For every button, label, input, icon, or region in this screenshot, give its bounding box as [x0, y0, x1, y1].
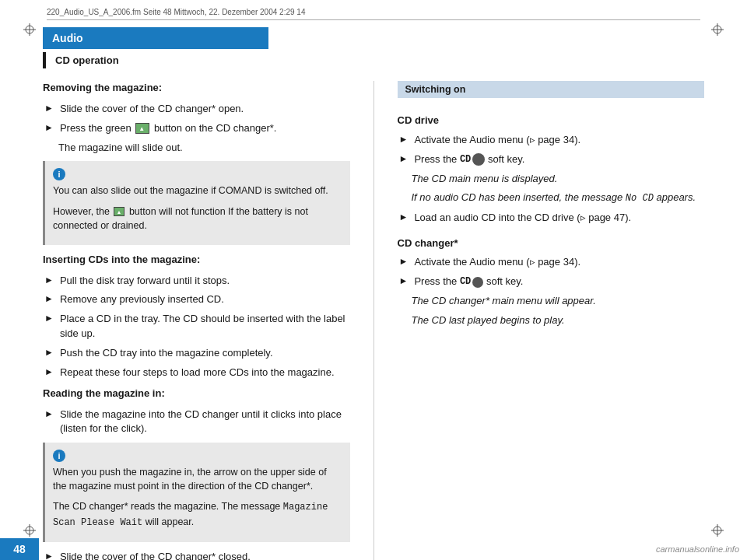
inserting-item-4: Push the CD tray into the magazine compl… — [60, 346, 273, 361]
bullet-arrow-icon: ► — [44, 347, 54, 358]
list-item: ► Place a CD in the tray. The CD should … — [43, 312, 350, 341]
cd-changer-note-2: The CD last played begins to play. — [412, 313, 705, 328]
cd-key-changer: CD — [460, 275, 483, 289]
content-area: Audio CD operation Removing the magazine… — [43, 27, 704, 529]
info-text-1b: However, the button will not function If… — [53, 205, 342, 233]
bullet-arrow-icon: ► — [44, 103, 54, 114]
inserting-item-3: Place a CD in the tray. The CD should be… — [60, 312, 350, 341]
list-item: ► Slide the cover of the CD changer* clo… — [43, 550, 350, 560]
cd-drive-note-1: The CD main menu is displayed. — [412, 172, 705, 187]
watermark: carmanualsonline.info — [656, 544, 739, 554]
cd-drive-item-1: Activate the Audio menu (▹ page 34). — [414, 133, 580, 148]
info-box-1: i You can also slide out the magazine if… — [43, 161, 350, 244]
reg-mark-tl — [23, 23, 36, 36]
inserting-item-2: Remove any previously inserted CD. — [60, 292, 224, 307]
removing-item-1: Slide the cover of the CD changer* open. — [60, 102, 244, 117]
list-item: ► Load an audio CD into the CD drive (▹ … — [398, 211, 705, 226]
info-icon-2: i — [53, 450, 65, 462]
bullet-arrow-icon: ► — [44, 408, 54, 419]
right-column: Switching on CD drive ► Activate the Aud… — [398, 81, 705, 560]
bullet-arrow-icon: ► — [44, 313, 54, 324]
bullet-arrow-icon: ► — [399, 134, 409, 145]
cd-drive-item-3: Load an audio CD into the CD drive (▹ pa… — [414, 211, 631, 226]
list-item: ► Activate the Audio menu (▹ page 34). — [398, 133, 705, 148]
bullet-arrow-icon: ► — [399, 256, 409, 267]
list-item: ► Remove any previously inserted CD. — [43, 292, 350, 307]
page-wrapper: 220_Audio_US_A_2006.fm Seite 48 Mittwoch… — [0, 0, 747, 560]
reg-mark-br — [711, 524, 724, 537]
list-item: ► Pull the disk tray forward until it st… — [43, 274, 350, 289]
switching-on-label: Switching on — [398, 81, 705, 98]
cd-key-drive: CD — [460, 153, 485, 166]
reading-heading: Reading the magazine in: — [43, 387, 350, 401]
removing-heading: Removing the magazine: — [43, 81, 350, 96]
top-meta-bar: 220_Audio_US_A_2006.fm Seite 48 Mittwoch… — [47, 8, 700, 20]
bullet-arrow-icon: ► — [399, 153, 409, 164]
cd-changer-item-2: Press the CD soft key. — [414, 275, 523, 289]
info-box-2: i When you push the magazine in, the arr… — [43, 443, 350, 542]
page-number: 48 — [0, 538, 39, 560]
green-button-icon — [135, 123, 149, 134]
cd-drive-item-2: Press the CD soft key. — [414, 152, 524, 167]
bullet-arrow-icon: ► — [44, 366, 54, 377]
reg-mark-bl — [23, 524, 36, 537]
section-subtitle: CD operation — [43, 52, 704, 68]
info-text-2a: When you push the magazine in, the arrow… — [53, 465, 342, 493]
list-item: ► Repeat these four steps to load more C… — [43, 366, 350, 380]
header-title: Audio — [52, 32, 83, 44]
info-text-2b: The CD changer* reads the magazine. The … — [53, 499, 342, 530]
cd-drive-heading: CD drive — [398, 114, 705, 128]
reg-mark-tr — [711, 23, 724, 36]
main-content: Removing the magazine: ► Slide the cover… — [43, 81, 704, 560]
inserting-heading: Inserting CDs into the magazine: — [43, 253, 350, 268]
column-divider — [374, 81, 374, 560]
list-item: ► Press the CD soft key. — [398, 275, 705, 289]
list-item: ► Slide the magazine into the CD changer… — [43, 408, 350, 437]
bullet-arrow-icon: ► — [44, 122, 54, 133]
bullet-arrow-icon: ► — [399, 212, 409, 222]
bullet-arrow-icon: ► — [44, 551, 54, 560]
list-item: ► Slide the cover of the CD changer* ope… — [43, 102, 350, 117]
list-item: ► Activate the Audio menu (▹ page 34). — [398, 255, 705, 270]
info-text-1a: You can also slide out the magazine if C… — [53, 184, 342, 198]
list-item: ► Press the green button on the CD chang… — [43, 121, 350, 136]
file-info: 220_Audio_US_A_2006.fm Seite 48 Mittwoch… — [47, 8, 305, 16]
slide-close-item: Slide the cover of the CD changer* close… — [60, 550, 251, 560]
reading-item-1: Slide the magazine into the CD changer u… — [60, 408, 350, 437]
inserting-item-1: Pull the disk tray forward until it stop… — [60, 274, 230, 289]
bullet-arrow-icon: ► — [44, 293, 54, 304]
left-column: Removing the magazine: ► Slide the cover… — [43, 81, 350, 560]
cd-changer-heading: CD changer* — [398, 236, 705, 251]
bullet-arrow-icon: ► — [44, 275, 54, 285]
repeat-item: Repeat these four steps to load more CDs… — [60, 366, 335, 380]
list-item: ► Push the CD tray into the magazine com… — [43, 346, 350, 361]
cd-drive-note-2: If no audio CD has been inserted, the me… — [412, 191, 705, 205]
cd-changer-note-1: The CD changer* main menu will appear. — [412, 294, 705, 309]
green-button-icon-small — [114, 207, 124, 216]
list-item: ► Press the CD soft key. — [398, 152, 705, 167]
section-header: Audio — [43, 27, 268, 49]
removing-item-2: Press the green button on the CD changer… — [60, 121, 277, 136]
info-icon-1: i — [53, 168, 65, 180]
cd-changer-item-1: Activate the Audio menu (▹ page 34). — [414, 255, 580, 270]
bullet-arrow-icon: ► — [399, 275, 409, 286]
slide-out-note: The magazine will slide out. — [43, 141, 350, 156]
